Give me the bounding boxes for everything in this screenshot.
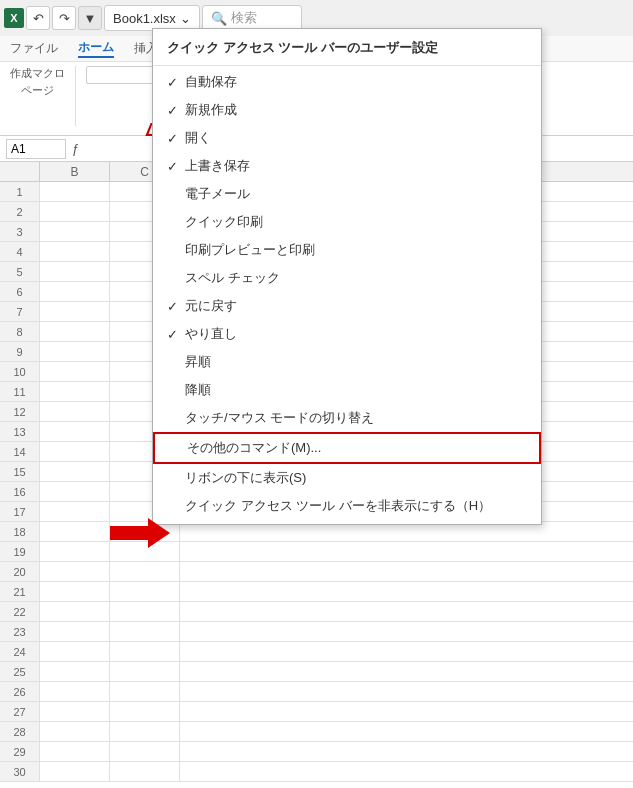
check-icon-new: ✓ xyxy=(167,103,185,118)
cell-b3[interactable] xyxy=(40,222,110,241)
customize-qat-button[interactable]: ▼ xyxy=(78,6,102,30)
cell-b5[interactable] xyxy=(40,262,110,281)
cell-b11[interactable] xyxy=(40,382,110,401)
cell-b25[interactable] xyxy=(40,662,110,681)
menu-item-autosave[interactable]: ✓ 自動保存 xyxy=(153,68,541,96)
row-num-29: 29 xyxy=(0,742,40,761)
row-num-24: 24 xyxy=(0,642,40,661)
cell-b21[interactable] xyxy=(40,582,110,601)
macro-label: 作成マクロ xyxy=(10,66,65,81)
menu-label-descending: 降順 xyxy=(185,381,527,399)
menu-item-touchmode[interactable]: タッチ/マウス モードの切り替え xyxy=(153,404,541,432)
menu-item-printpreview[interactable]: 印刷プレビューと印刷 xyxy=(153,236,541,264)
row-num-17: 17 xyxy=(0,502,40,521)
cell-b23[interactable] xyxy=(40,622,110,641)
cell-c26[interactable] xyxy=(110,682,180,701)
cell-reference-input[interactable] xyxy=(6,139,66,159)
check-icon-printpreview xyxy=(167,243,185,258)
app-icon: X xyxy=(4,8,24,28)
menu-item-redo[interactable]: ✓ やり直し xyxy=(153,320,541,348)
cell-b30[interactable] xyxy=(40,762,110,781)
filename-chevron-icon: ⌄ xyxy=(180,11,191,26)
page-label: ページ xyxy=(21,83,54,98)
menu-label-new: 新規作成 xyxy=(185,101,527,119)
menu-label-redo: やり直し xyxy=(185,325,527,343)
menu-item-open[interactable]: ✓ 開く xyxy=(153,124,541,152)
tab-home[interactable]: ホーム xyxy=(78,39,114,58)
search-placeholder-text: 検索 xyxy=(231,9,257,27)
cell-c25[interactable] xyxy=(110,662,180,681)
cell-b16[interactable] xyxy=(40,482,110,501)
row-num-21: 21 xyxy=(0,582,40,601)
cell-b13[interactable] xyxy=(40,422,110,441)
menu-item-ascending[interactable]: 昇順 xyxy=(153,348,541,376)
row-num-2: 2 xyxy=(0,202,40,221)
cell-b6[interactable] xyxy=(40,282,110,301)
grid-row: 19 xyxy=(0,542,633,562)
menu-label-printpreview: 印刷プレビューと印刷 xyxy=(185,241,527,259)
cell-b17[interactable] xyxy=(40,502,110,521)
redo-button[interactable]: ↷ xyxy=(52,6,76,30)
grid-row: 27 xyxy=(0,702,633,722)
cell-b2[interactable] xyxy=(40,202,110,221)
cell-b12[interactable] xyxy=(40,402,110,421)
check-icon-show-below xyxy=(167,471,185,486)
grid-row: 22 xyxy=(0,602,633,622)
red-arrow-icon xyxy=(110,518,170,548)
cell-b10[interactable] xyxy=(40,362,110,381)
tab-file[interactable]: ファイル xyxy=(10,40,58,57)
check-icon-open: ✓ xyxy=(167,131,185,146)
menu-item-new[interactable]: ✓ 新規作成 xyxy=(153,96,541,124)
cell-b7[interactable] xyxy=(40,302,110,321)
grid-row: 29 xyxy=(0,742,633,762)
cell-b26[interactable] xyxy=(40,682,110,701)
menu-label-spellcheck: スペル チェック xyxy=(185,269,527,287)
cell-b22[interactable] xyxy=(40,602,110,621)
cell-c24[interactable] xyxy=(110,642,180,661)
search-icon: 🔍 xyxy=(211,11,227,26)
cell-c21[interactable] xyxy=(110,582,180,601)
cell-b15[interactable] xyxy=(40,462,110,481)
menu-item-undo[interactable]: ✓ 元に戻す xyxy=(153,292,541,320)
menu-label-email: 電子メール xyxy=(185,185,527,203)
cell-b27[interactable] xyxy=(40,702,110,721)
menu-item-spellcheck[interactable]: スペル チェック xyxy=(153,264,541,292)
row-number-header xyxy=(0,162,40,181)
cell-c29[interactable] xyxy=(110,742,180,761)
menu-item-more-commands[interactable]: その他のコマンド(M)... xyxy=(153,432,541,464)
macro-group: 作成マクロ ページ xyxy=(10,66,65,98)
cell-c23[interactable] xyxy=(110,622,180,641)
grid-row: 26 xyxy=(0,682,633,702)
menu-item-hide-qat[interactable]: クイック アクセス ツール バーを非表示にする（H） xyxy=(153,492,541,520)
cell-b8[interactable] xyxy=(40,322,110,341)
cell-b9[interactable] xyxy=(40,342,110,361)
cell-b20[interactable] xyxy=(40,562,110,581)
cell-c22[interactable] xyxy=(110,602,180,621)
cell-b24[interactable] xyxy=(40,642,110,661)
cell-b19[interactable] xyxy=(40,542,110,561)
menu-item-descending[interactable]: 降順 xyxy=(153,376,541,404)
cell-b4[interactable] xyxy=(40,242,110,261)
cell-c27[interactable] xyxy=(110,702,180,721)
cell-c20[interactable] xyxy=(110,562,180,581)
col-header-b[interactable]: B xyxy=(40,162,110,181)
ribbon-divider xyxy=(75,66,76,126)
cell-b1[interactable] xyxy=(40,182,110,201)
check-icon-undo: ✓ xyxy=(167,299,185,314)
menu-item-quickprint[interactable]: クイック印刷 xyxy=(153,208,541,236)
cell-b29[interactable] xyxy=(40,742,110,761)
row-num-16: 16 xyxy=(0,482,40,501)
cell-b18[interactable] xyxy=(40,522,110,541)
cell-b28[interactable] xyxy=(40,722,110,741)
cell-c30[interactable] xyxy=(110,762,180,781)
check-icon-email xyxy=(167,187,185,202)
cell-b14[interactable] xyxy=(40,442,110,461)
cell-c28[interactable] xyxy=(110,722,180,741)
menu-item-save[interactable]: ✓ 上書き保存 xyxy=(153,152,541,180)
grid-row: 24 xyxy=(0,642,633,662)
menu-item-email[interactable]: 電子メール xyxy=(153,180,541,208)
undo-button[interactable]: ↶ xyxy=(26,6,50,30)
row-num-5: 5 xyxy=(0,262,40,281)
menu-item-show-below[interactable]: リボンの下に表示(S) xyxy=(153,464,541,492)
row-num-30: 30 xyxy=(0,762,40,781)
